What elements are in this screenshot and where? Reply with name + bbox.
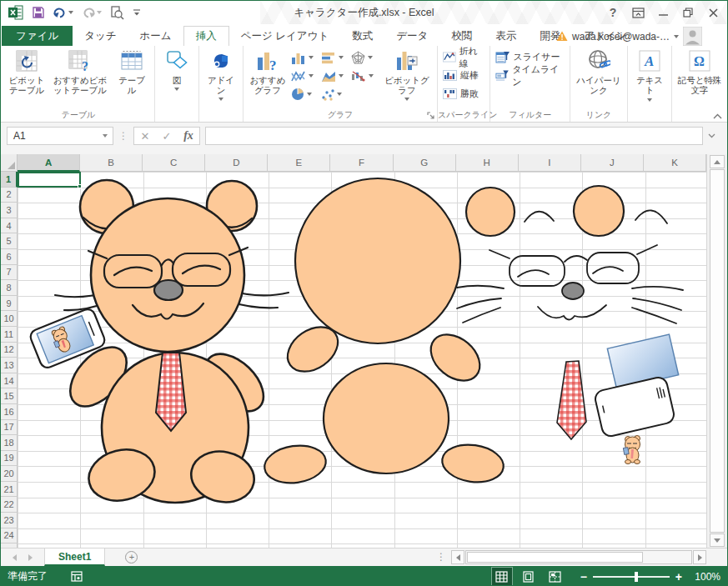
- chart-type-scatter-button[interactable]: [319, 86, 349, 103]
- chart-type-line-button[interactable]: [289, 68, 319, 84]
- tab-3[interactable]: ページ レイアウト: [229, 26, 341, 46]
- sheetbar-splitter[interactable]: ⋮: [436, 551, 446, 563]
- redo-button[interactable]: [82, 8, 102, 18]
- sparkline-line-button[interactable]: 折れ線: [440, 48, 487, 66]
- tab-file[interactable]: ファイル: [2, 26, 73, 46]
- column-header-K[interactable]: K: [644, 154, 706, 172]
- row-header-12[interactable]: 12: [1, 343, 18, 358]
- select-all-corner[interactable]: [1, 154, 18, 172]
- name-box-dropdown-icon[interactable]: [103, 134, 108, 138]
- row-header-10[interactable]: 10: [1, 311, 18, 327]
- table-button[interactable]: テーブル: [112, 47, 152, 98]
- save-button[interactable]: [32, 6, 45, 19]
- row-header-6[interactable]: 6: [1, 249, 18, 265]
- avatar[interactable]: [683, 27, 702, 46]
- column-header-B[interactable]: B: [80, 154, 143, 172]
- zoom-in-button[interactable]: +: [675, 570, 682, 583]
- row-header-23[interactable]: 23: [1, 513, 18, 528]
- column-header-C[interactable]: C: [143, 154, 205, 172]
- chart-type-column-button[interactable]: [289, 49, 319, 66]
- zoom-level[interactable]: 100%: [689, 571, 720, 583]
- scroll-left-button[interactable]: [451, 550, 464, 564]
- row-header-20[interactable]: 20: [1, 466, 18, 482]
- horizontal-scroll-track[interactable]: [465, 550, 692, 564]
- next-sheet-button[interactable]: [28, 554, 33, 561]
- add-sheet-button[interactable]: +: [125, 551, 138, 563]
- row-header-19[interactable]: 19: [1, 451, 18, 467]
- tab-4[interactable]: 数式: [340, 26, 384, 46]
- customize-toolbar-button[interactable]: [133, 8, 141, 17]
- pivot-table-button[interactable]: ピボットテーブル: [5, 47, 48, 98]
- restore-button[interactable]: [677, 3, 699, 22]
- addins-button[interactable]: アドイン: [202, 47, 240, 103]
- row-header-5[interactable]: 5: [1, 233, 18, 249]
- row-header-22[interactable]: 22: [1, 497, 18, 513]
- macro-record-icon[interactable]: [71, 571, 83, 582]
- expand-formula-bar-button[interactable]: [708, 133, 721, 138]
- name-box[interactable]: A1: [7, 127, 113, 145]
- row-header-11[interactable]: 11: [1, 327, 18, 343]
- column-header-I[interactable]: I: [519, 154, 581, 172]
- row-header-2[interactable]: 2: [1, 188, 18, 203]
- sheet-tab-sheet1[interactable]: Sheet1: [44, 548, 105, 566]
- tab-0[interactable]: タッチ: [73, 26, 128, 46]
- chart-type-bar-button[interactable]: [319, 49, 349, 66]
- row-header-24[interactable]: 24: [1, 528, 18, 544]
- row-header-16[interactable]: 16: [1, 404, 18, 420]
- horizontal-scrollbar[interactable]: [451, 550, 706, 564]
- symbols-button[interactable]: Ω 記号と特殊文字: [675, 47, 725, 98]
- undo-dropdown-icon[interactable]: [68, 11, 73, 14]
- column-header-D[interactable]: D: [205, 154, 268, 172]
- row-header-4[interactable]: 4: [1, 218, 18, 234]
- column-header-G[interactable]: G: [394, 154, 456, 172]
- column-header-H[interactable]: H: [456, 154, 519, 172]
- insert-function-button[interactable]: fx: [178, 129, 199, 143]
- row-header-1[interactable]: 1: [1, 172, 18, 188]
- close-button[interactable]: [702, 3, 724, 22]
- row-header-9[interactable]: 9: [1, 296, 18, 312]
- enter-button[interactable]: ✓: [156, 130, 178, 143]
- formula-input[interactable]: [205, 127, 703, 145]
- hyperlink-button[interactable]: ハイパーリンク: [573, 47, 625, 98]
- column-header-J[interactable]: J: [581, 154, 644, 172]
- tab-2-active[interactable]: 挿入: [183, 26, 229, 46]
- row-header-13[interactable]: 13: [1, 358, 18, 373]
- text-button[interactable]: A テキスト: [630, 47, 669, 103]
- row-header-8[interactable]: 8: [1, 280, 18, 296]
- account-area[interactable]: wada.kosei@wada-…: [556, 27, 702, 46]
- vertical-scroll-thumb[interactable]: [710, 169, 725, 533]
- column-header-E[interactable]: E: [268, 154, 330, 172]
- column-header-F[interactable]: F: [330, 154, 393, 172]
- tab-5[interactable]: データ: [384, 26, 439, 46]
- recommended-pivot-button[interactable]: ? おすすめピボットテーブル: [48, 47, 112, 98]
- row-header-7[interactable]: 7: [1, 265, 18, 281]
- ribbon-display-options-button[interactable]: [627, 3, 649, 22]
- tab-1[interactable]: ホーム: [128, 26, 183, 46]
- row-header-14[interactable]: 14: [1, 373, 18, 389]
- undo-button[interactable]: [53, 8, 73, 18]
- selected-cell-a1[interactable]: [18, 172, 81, 188]
- print-preview-button[interactable]: [110, 6, 124, 20]
- fill-handle[interactable]: [78, 184, 82, 188]
- tab-7[interactable]: 表示: [484, 26, 528, 46]
- previous-sheet-button[interactable]: [13, 554, 17, 561]
- minimize-button[interactable]: [652, 3, 674, 22]
- column-header-A[interactable]: A: [18, 154, 80, 172]
- formula-bar-splitter[interactable]: ⋮: [118, 130, 128, 142]
- zoom-out-button[interactable]: −: [580, 570, 587, 583]
- scroll-right-button[interactable]: [693, 550, 706, 564]
- vertical-scrollbar[interactable]: [706, 154, 727, 548]
- chart-type-area-button[interactable]: [319, 68, 349, 84]
- row-header-21[interactable]: 21: [1, 482, 18, 498]
- scroll-down-button[interactable]: [710, 533, 725, 547]
- normal-view-button[interactable]: [492, 568, 512, 585]
- timeline-button[interactable]: タイムライン: [493, 67, 567, 84]
- illustrations-button[interactable]: 図: [158, 47, 196, 93]
- tab-6[interactable]: 校閲: [439, 26, 484, 46]
- horizontal-scroll-thumb[interactable]: [467, 552, 643, 563]
- chart-type-stock-button[interactable]: [349, 68, 379, 84]
- scroll-up-button[interactable]: [710, 155, 725, 168]
- page-break-view-button[interactable]: [545, 568, 565, 585]
- pivot-chart-button[interactable]: ピボットグラフ: [379, 47, 434, 103]
- row-header-15[interactable]: 15: [1, 388, 18, 404]
